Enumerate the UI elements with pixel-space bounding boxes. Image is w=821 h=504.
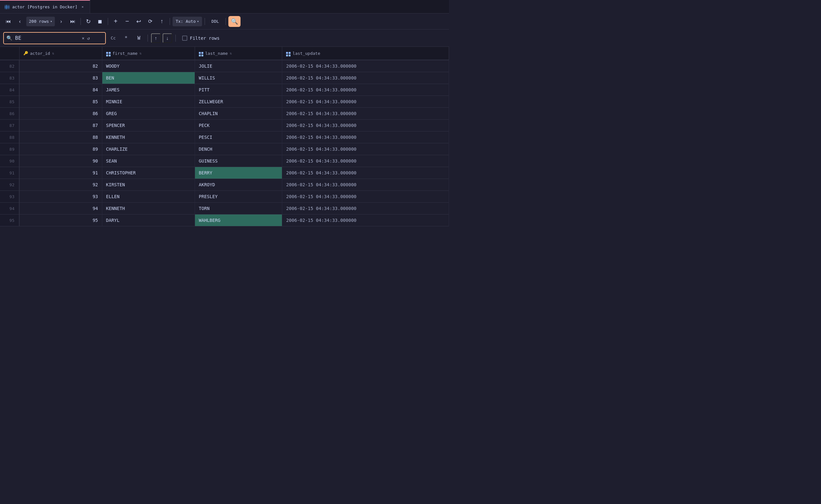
- row-number-cell: 89: [0, 143, 19, 155]
- first-name-sort-icon[interactable]: ⇅: [140, 51, 142, 55]
- table-row[interactable]: 9494KENNETHTORN2006-02-15 04:34:33.00000…: [0, 203, 449, 214]
- last-update-cell: 2006-02-15 04:34:33.000000: [282, 179, 449, 191]
- search-input[interactable]: [15, 35, 79, 41]
- refresh-icon: ↻: [86, 18, 91, 25]
- table-row[interactable]: 8989CHARLIZEDENCH2006-02-15 04:34:33.000…: [0, 143, 449, 155]
- data-table: 🔑 actor_id ⇅ first_name ⇅: [0, 47, 449, 226]
- last-update-cell: 2006-02-15 04:34:33.000000: [282, 60, 449, 72]
- filter-rows-checkbox[interactable]: [182, 36, 187, 41]
- last-name-cell: TORN: [195, 203, 282, 214]
- col-header-last-update[interactable]: last_update: [282, 47, 449, 60]
- table-row[interactable]: 8282WOODYJOLIE2006-02-15 04:34:33.000000: [0, 60, 449, 72]
- row-number-cell: 84: [0, 84, 19, 96]
- remove-row-button[interactable]: −: [122, 17, 132, 26]
- stop-icon: ◼: [98, 18, 102, 24]
- stop-button[interactable]: ◼: [95, 17, 105, 26]
- first-name-cell: CHRISTOPHER: [102, 167, 195, 179]
- first-name-cell: MINNIE: [102, 96, 195, 108]
- table-header-row: 🔑 actor_id ⇅ first_name ⇅: [0, 47, 449, 60]
- tx-caret-icon: ▾: [197, 20, 199, 23]
- filter-rows-button[interactable]: Filter rows: [179, 33, 223, 44]
- rows-selector[interactable]: 200 rows ▾: [26, 17, 55, 26]
- tab-label: actor [Postgres in Docker]: [12, 4, 78, 9]
- last-update-icon: [286, 50, 291, 56]
- table-row[interactable]: 9090SEANGUINESS2006-02-15 04:34:33.00000…: [0, 155, 449, 167]
- tab-close-button[interactable]: ×: [80, 4, 85, 10]
- ddl-button[interactable]: DDL: [207, 17, 223, 26]
- first-icon: ⏮: [6, 19, 11, 24]
- row-number-cell: 87: [0, 120, 19, 131]
- table-row[interactable]: 8686GREGCHAPLIN2006-02-15 04:34:33.00000…: [0, 108, 449, 120]
- up-button[interactable]: ↑: [157, 17, 167, 26]
- undo-button[interactable]: ↩: [134, 17, 144, 26]
- revert-button[interactable]: ⟳: [145, 17, 156, 26]
- last-name-cell: CHAPLIN: [195, 108, 282, 120]
- last-update-cell: 2006-02-15 04:34:33.000000: [282, 108, 449, 120]
- table-row[interactable]: 8888KENNETHPESCI2006-02-15 04:34:33.0000…: [0, 131, 449, 143]
- refresh-search-button[interactable]: ↺: [87, 36, 89, 41]
- last-name-cell: ZELLWEGER: [195, 96, 282, 108]
- add-row-button[interactable]: +: [111, 17, 121, 26]
- case-sensitive-button[interactable]: Cc: [108, 33, 119, 44]
- remove-icon: −: [125, 18, 129, 25]
- actor-id-cell: 85: [19, 96, 102, 108]
- tab-actor[interactable]: actor [Postgres in Docker] ×: [0, 0, 90, 13]
- search-big-icon: 🔍: [231, 18, 238, 25]
- last-update-cell: 2006-02-15 04:34:33.000000: [282, 131, 449, 143]
- up-icon: ↑: [160, 18, 163, 25]
- undo-icon: ↩: [136, 18, 141, 25]
- first-name-cell: ELLEN: [102, 191, 195, 203]
- separator-3: [170, 18, 170, 25]
- actor-id-cell: 82: [19, 60, 102, 72]
- row-number-cell: 92: [0, 179, 19, 191]
- prev-row-button[interactable]: ‹: [15, 17, 25, 26]
- table-container: 🔑 actor_id ⇅ first_name ⇅: [0, 47, 449, 504]
- separator-2: [108, 18, 108, 25]
- table-row[interactable]: 8787SPENCERPECK2006-02-15 04:34:33.00000…: [0, 120, 449, 131]
- last-name-cell: DENCH: [195, 143, 282, 155]
- actor-id-cell: 90: [19, 155, 102, 167]
- last-name-cell: GUINESS: [195, 155, 282, 167]
- last-update-cell: 2006-02-15 04:34:33.000000: [282, 155, 449, 167]
- last-row-button[interactable]: ⏭: [68, 17, 78, 26]
- table-row[interactable]: 9191CHRISTOPHERBERRY2006-02-15 04:34:33.…: [0, 167, 449, 179]
- table-row[interactable]: 9595DARYLWAHLBERG2006-02-15 04:34:33.000…: [0, 214, 449, 226]
- table-row[interactable]: 8484JAMESPITT2006-02-15 04:34:33.000000: [0, 84, 449, 96]
- row-number-cell: 83: [0, 72, 19, 84]
- next-match-button[interactable]: ↓: [163, 33, 172, 43]
- first-row-button[interactable]: ⏮: [3, 17, 13, 26]
- next-row-button[interactable]: ›: [56, 17, 66, 26]
- actor-id-cell: 94: [19, 203, 102, 214]
- col-header-last-name[interactable]: last_name ⇅: [195, 47, 282, 60]
- last-update-cell: 2006-02-15 04:34:33.000000: [282, 143, 449, 155]
- first-name-label: first_name: [113, 51, 138, 56]
- last-name-sort-icon[interactable]: ⇅: [230, 51, 232, 55]
- first-name-cell: JAMES: [102, 84, 195, 96]
- actor-id-sort-icon[interactable]: ⇅: [52, 51, 54, 55]
- clear-search-button[interactable]: ×: [82, 36, 84, 41]
- col-header-first-name[interactable]: first_name ⇅: [102, 47, 195, 60]
- row-number-cell: 91: [0, 167, 19, 179]
- search-bar: 🔍 × ↺ Cc * W ↑ ↓ Filter rows: [0, 29, 449, 47]
- row-number-cell: 93: [0, 191, 19, 203]
- row-number-cell: 90: [0, 155, 19, 167]
- actor-id-cell: 83: [19, 72, 102, 84]
- row-number-cell: 95: [0, 214, 19, 226]
- table-row[interactable]: 9393ELLENPRESLEY2006-02-15 04:34:33.0000…: [0, 191, 449, 203]
- first-name-cell: SEAN: [102, 155, 195, 167]
- search-toggle-button[interactable]: 🔍: [228, 16, 241, 27]
- table-row[interactable]: 8383BENWILLIS2006-02-15 04:34:33.000000: [0, 72, 449, 84]
- word-button[interactable]: W: [133, 33, 144, 44]
- row-number-cell: 86: [0, 108, 19, 120]
- last-update-cell: 2006-02-15 04:34:33.000000: [282, 167, 449, 179]
- refresh-button[interactable]: ↻: [83, 17, 94, 26]
- table-row[interactable]: 8585MINNIEZELLWEGER2006-02-15 04:34:33.0…: [0, 96, 449, 108]
- rows-caret-icon: ▾: [50, 20, 52, 23]
- table-row[interactable]: 9292KIRSTENAKROYD2006-02-15 04:34:33.000…: [0, 179, 449, 191]
- prev-match-button[interactable]: ↑: [151, 33, 161, 43]
- table-icon: [4, 5, 10, 9]
- wildcard-button[interactable]: *: [121, 33, 131, 44]
- svg-rect-0: [4, 5, 10, 9]
- col-header-actor-id[interactable]: 🔑 actor_id ⇅: [19, 47, 102, 60]
- tx-selector[interactable]: Tx: Auto ▾: [173, 17, 202, 26]
